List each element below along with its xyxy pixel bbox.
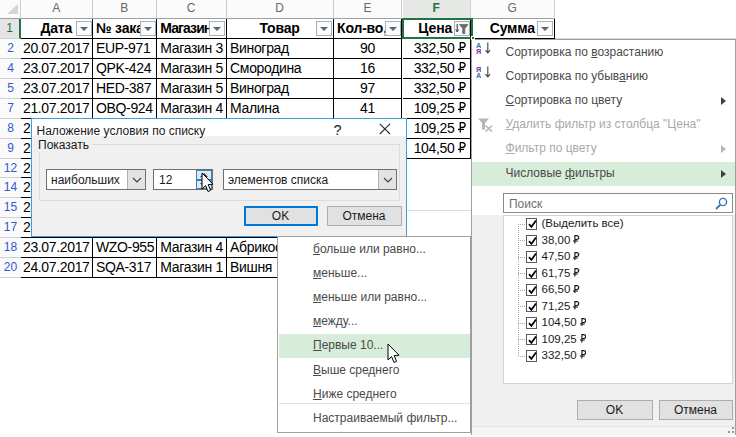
- svg-text:А: А: [476, 71, 481, 80]
- svg-text:Я: Я: [476, 47, 481, 56]
